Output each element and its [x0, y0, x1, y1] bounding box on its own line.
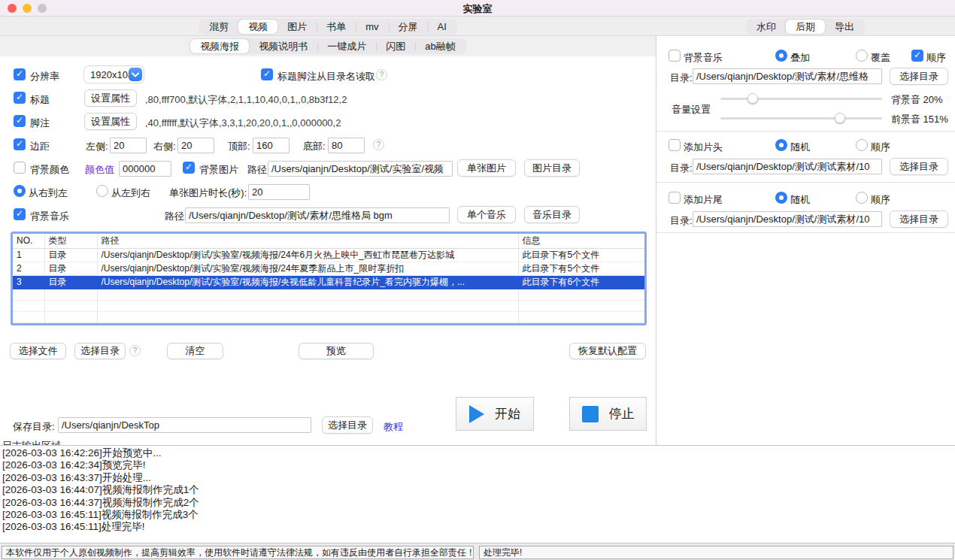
title-set-attrs-button[interactable]: 设置属性	[84, 89, 137, 107]
margin-left-field[interactable]: 20	[110, 138, 147, 153]
tab-mv[interactable]: mv	[356, 20, 388, 34]
footnote-set-attrs-button[interactable]: 设置属性	[84, 113, 137, 130]
preview-button[interactable]: 预览	[299, 343, 374, 359]
log-line: [2026-03-03 16:42:34]预览完毕!	[2, 459, 955, 471]
outro-order-radio[interactable]	[856, 192, 868, 204]
duration-label: 单张图片时长(秒):	[169, 186, 247, 200]
tab-ab-blend[interactable]: ab融帧	[415, 39, 465, 53]
read-from-dir-checkbox[interactable]	[261, 68, 273, 80]
table-header-row: NO. 类型 路径 信息	[13, 234, 644, 248]
tab-video-manual[interactable]: 视频说明书	[249, 39, 317, 53]
rp-order-checkbox[interactable]	[911, 50, 923, 62]
log-line: [2026-03-03 16:43:37]开始处理...	[2, 472, 955, 484]
single-music-button[interactable]: 单个音乐	[457, 206, 516, 223]
tab-export[interactable]: 导出	[825, 20, 864, 34]
tab-video-poster[interactable]: 视频海报	[190, 39, 249, 53]
log-line: [2026-03-03 16:44:07]视频海报制作完成1个	[2, 484, 955, 496]
outro-select-dir-button[interactable]: 选择目录	[890, 210, 948, 228]
volume-label: 音量设置	[672, 103, 711, 117]
duration-field[interactable]: 20	[248, 184, 310, 200]
select-dir-button[interactable]: 选择目录	[74, 343, 126, 359]
title-checkbox[interactable]	[14, 92, 26, 104]
help-icon[interactable]	[376, 69, 387, 80]
title-label: 标题	[30, 93, 50, 107]
tab-flash[interactable]: 闪图	[376, 39, 415, 53]
tab-watermark[interactable]: 水印	[747, 20, 786, 34]
outro-random-radio[interactable]	[775, 192, 787, 204]
section-divider	[656, 232, 955, 233]
margin-top-field[interactable]: 160	[253, 138, 290, 153]
status-bar: 本软件仅用于个人原创视频制作，提高剪辑效率，使用软件时请遵守法律法规，如有违反由…	[0, 543, 955, 560]
tutorial-link[interactable]: 教程	[384, 420, 403, 434]
slider-thumb[interactable]	[747, 93, 758, 104]
intro-checkbox[interactable]	[668, 139, 681, 151]
play-icon	[469, 405, 484, 423]
resolution-select[interactable]: 1920x1080	[84, 66, 144, 83]
status-message-field: 处理完毕!	[479, 546, 953, 559]
save-select-dir-button[interactable]: 选择目录	[322, 416, 373, 434]
table-row[interactable]: 1 目录 /Users/qianjn/Desktop/测试/实验室/视频海报/2…	[13, 248, 644, 262]
tab-image[interactable]: 图片	[277, 20, 317, 34]
tab-ai[interactable]: AI	[428, 20, 456, 34]
outro-label: 添加片尾	[684, 193, 723, 207]
bg-music-checkbox[interactable]	[14, 208, 26, 220]
table-row-empty	[13, 311, 644, 322]
help-icon[interactable]	[373, 139, 384, 150]
bg-color-value-label: 颜色值	[85, 163, 114, 177]
bg-image-checkbox[interactable]	[183, 162, 195, 174]
outro-dir-label: 目录:	[670, 214, 693, 228]
bg-volume-slider[interactable]	[720, 92, 882, 104]
tab-one-click[interactable]: 一键成片	[317, 39, 376, 53]
fg-volume-slider[interactable]	[720, 112, 882, 124]
log-output[interactable]: [2026-03-03 16:42:26]开始预览中... [2026-03-0…	[0, 445, 955, 543]
help-icon[interactable]	[129, 345, 141, 356]
intro-select-dir-button[interactable]: 选择目录	[890, 158, 948, 175]
resolution-checkbox[interactable]	[14, 68, 26, 80]
intro-random-radio[interactable]	[775, 139, 787, 151]
table-row[interactable]: 2 目录 /Users/qianjn/Desktop/测试/实验室/视频海报/2…	[13, 262, 644, 275]
disclaimer-field: 本软件仅用于个人原创视频制作，提高剪辑效率，使用软件时请遵守法律法规，如有违反由…	[2, 546, 474, 559]
footnote-checkbox[interactable]	[14, 115, 26, 127]
tab-post[interactable]: 后期	[786, 20, 825, 34]
cell-info: 此目录下有6个文件	[518, 275, 644, 289]
cell-type: 目录	[44, 262, 97, 275]
intro-order-radio[interactable]	[856, 139, 868, 151]
bg-music-path-field[interactable]: /Users/qianjn/Desktop/测试/素材/思维格局 bgm	[185, 207, 450, 223]
tab-mixcut[interactable]: 混剪	[199, 20, 238, 34]
bg-color-checkbox[interactable]	[14, 162, 26, 174]
footnote-label: 脚注	[30, 117, 50, 130]
cover-radio[interactable]	[856, 50, 868, 62]
table-row-selected[interactable]: 3 目录 /Users/qianjn/Desktop/测试/实验室/视频海报/央…	[13, 275, 644, 289]
slider-thumb[interactable]	[835, 113, 845, 123]
bg-color-value-field[interactable]: 000000	[119, 161, 171, 177]
rp-bg-music-label: 背景音乐	[684, 51, 723, 65]
image-dir-button[interactable]: 图片目录	[524, 159, 580, 177]
stop-button[interactable]: 停止	[569, 397, 647, 431]
tab-video[interactable]: 视频	[238, 20, 277, 34]
rp-bgm-select-dir-button[interactable]: 选择目录	[890, 68, 948, 85]
save-dir-field[interactable]: /Users/qianjn/DeskTop	[58, 417, 311, 433]
intro-dir-field[interactable]: /Users/qianjn/Desktop/测试/测试素材/10	[693, 159, 882, 174]
bg-music-path-label: 路径:	[165, 210, 187, 223]
clear-button[interactable]: 清空	[167, 343, 223, 359]
rtl-radio[interactable]	[14, 185, 26, 197]
rp-bg-music-checkbox[interactable]	[668, 50, 681, 62]
margin-bottom-field[interactable]: 80	[328, 138, 365, 153]
rp-bgm-dir-field[interactable]: /Users/qianjn/Desktop/测试/素材/思维格	[693, 68, 882, 84]
file-table[interactable]: NO. 类型 路径 信息 1 目录 /Users/qianjn/Desktop/…	[11, 232, 647, 325]
bg-image-path-field[interactable]: /Users/qianjn/Desktop/测试/实验室/视频	[268, 161, 453, 177]
ltr-radio[interactable]	[96, 185, 108, 197]
tab-splitscreen[interactable]: 分屏	[389, 20, 428, 34]
tab-booklist[interactable]: 书单	[317, 20, 356, 34]
outro-checkbox[interactable]	[668, 192, 681, 204]
margin-right-field[interactable]: 20	[177, 138, 214, 153]
overlay-radio[interactable]	[775, 50, 787, 62]
outro-dir-field[interactable]: /Users/qianjn/Desktop/测试/测试素材/10	[693, 211, 882, 227]
single-image-button[interactable]: 单张图片	[457, 159, 516, 177]
music-dir-button[interactable]: 音乐目录	[524, 206, 580, 223]
log-area-label: 日志输出区域	[2, 439, 92, 445]
start-button[interactable]: 开始	[456, 397, 534, 431]
margin-checkbox[interactable]	[14, 138, 26, 150]
select-file-button[interactable]: 选择文件	[10, 343, 66, 359]
restore-default-button[interactable]: 恢复默认配置	[569, 343, 646, 359]
